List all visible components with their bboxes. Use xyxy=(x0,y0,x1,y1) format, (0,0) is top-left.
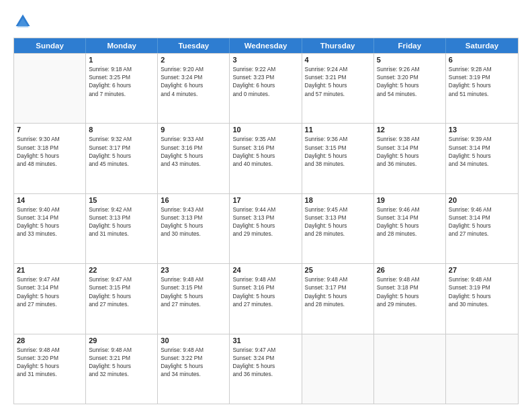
cell-line: Sunset: 3:20 PM xyxy=(377,73,443,81)
cell-line: Daylight: 5 hours xyxy=(161,362,226,370)
day-cell-20: 20Sunrise: 9:46 AMSunset: 3:14 PMDayligh… xyxy=(446,194,518,263)
cell-line: Sunset: 3:24 PM xyxy=(232,354,298,362)
cell-line: and 7 minutes. xyxy=(89,90,154,98)
cell-line: Daylight: 5 hours xyxy=(89,362,154,370)
cell-line: and 27 minutes. xyxy=(161,300,226,308)
cell-line: Sunset: 3:16 PM xyxy=(232,283,298,291)
week-row-4: 21Sunrise: 9:47 AMSunset: 3:14 PMDayligh… xyxy=(14,263,518,333)
cell-line: Sunrise: 9:35 AM xyxy=(232,135,298,143)
cell-line: Daylight: 5 hours xyxy=(449,152,515,160)
day-cell-24: 24Sunrise: 9:48 AMSunset: 3:16 PMDayligh… xyxy=(230,264,302,333)
day-cell-3: 3Sunrise: 9:22 AMSunset: 3:23 PMDaylight… xyxy=(230,54,302,123)
cell-line: Sunrise: 9:44 AM xyxy=(232,205,298,214)
cell-line: Daylight: 6 hours xyxy=(89,81,154,89)
cell-line: and 27 minutes. xyxy=(232,300,298,308)
cell-line: Sunrise: 9:48 AM xyxy=(89,346,154,354)
day-number: 29 xyxy=(89,336,154,345)
cell-line: Sunrise: 9:47 AM xyxy=(232,346,298,354)
day-cell-23: 23Sunrise: 9:48 AMSunset: 3:15 PMDayligh… xyxy=(158,264,230,333)
week-row-3: 14Sunrise: 9:40 AMSunset: 3:14 PMDayligh… xyxy=(14,193,518,263)
cell-line: Sunset: 3:19 PM xyxy=(449,73,515,81)
cell-line: and 54 minutes. xyxy=(377,90,443,98)
week-row-1: 1Sunrise: 9:18 AMSunset: 3:25 PMDaylight… xyxy=(14,53,518,123)
cell-line: and 28 minutes. xyxy=(377,230,443,238)
cell-line: Sunset: 3:24 PM xyxy=(161,73,226,81)
cell-line: Daylight: 5 hours xyxy=(232,362,298,370)
cell-line: Sunset: 3:25 PM xyxy=(89,73,154,81)
day-number: 6 xyxy=(449,56,515,64)
day-number: 16 xyxy=(161,196,226,204)
cell-line: Sunset: 3:21 PM xyxy=(305,73,371,81)
cell-line: Sunset: 3:17 PM xyxy=(305,283,371,291)
cell-line: and 28 minutes. xyxy=(305,230,371,238)
cell-line: Daylight: 5 hours xyxy=(232,222,298,230)
day-cell-10: 10Sunrise: 9:35 AMSunset: 3:16 PMDayligh… xyxy=(230,124,302,193)
logo xyxy=(13,12,35,31)
cell-line: and 27 minutes. xyxy=(449,230,515,238)
cell-line: and 30 minutes. xyxy=(161,230,226,238)
cell-line: Sunset: 3:15 PM xyxy=(161,283,226,291)
cell-line: Sunrise: 9:48 AM xyxy=(377,275,443,283)
cell-line: Sunset: 3:20 PM xyxy=(17,354,83,362)
cell-line: Daylight: 5 hours xyxy=(161,222,226,230)
day-number: 14 xyxy=(17,196,83,204)
day-cell-17: 17Sunrise: 9:44 AMSunset: 3:13 PMDayligh… xyxy=(230,194,302,263)
cell-line: and 27 minutes. xyxy=(17,300,83,308)
day-number: 28 xyxy=(17,336,83,345)
cell-line: Sunrise: 9:33 AM xyxy=(161,135,226,143)
empty-cell xyxy=(14,54,86,123)
cell-line: Daylight: 5 hours xyxy=(17,362,83,370)
cell-line: Sunrise: 9:47 AM xyxy=(89,275,154,283)
cell-line: Sunrise: 9:20 AM xyxy=(161,65,226,73)
logo-icon xyxy=(13,12,32,31)
day-number: 13 xyxy=(449,126,515,134)
day-cell-5: 5Sunrise: 9:26 AMSunset: 3:20 PMDaylight… xyxy=(374,54,446,123)
cell-line: Daylight: 5 hours xyxy=(305,152,371,160)
cell-line: Sunrise: 9:38 AM xyxy=(377,135,443,143)
day-cell-6: 6Sunrise: 9:28 AMSunset: 3:19 PMDaylight… xyxy=(446,54,518,123)
day-cell-15: 15Sunrise: 9:42 AMSunset: 3:13 PMDayligh… xyxy=(86,194,158,263)
cell-line: Sunset: 3:14 PM xyxy=(17,214,83,222)
day-cell-31: 31Sunrise: 9:47 AMSunset: 3:24 PMDayligh… xyxy=(230,334,302,404)
day-number: 17 xyxy=(232,196,298,204)
cell-line: Daylight: 5 hours xyxy=(89,292,154,300)
day-number: 9 xyxy=(161,126,226,134)
day-cell-8: 8Sunrise: 9:32 AMSunset: 3:17 PMDaylight… xyxy=(86,124,158,193)
cell-line: Sunrise: 9:28 AM xyxy=(449,65,515,73)
day-cell-7: 7Sunrise: 9:30 AMSunset: 3:18 PMDaylight… xyxy=(14,124,86,193)
cell-line: and 30 minutes. xyxy=(449,300,515,308)
day-cell-4: 4Sunrise: 9:24 AMSunset: 3:21 PMDaylight… xyxy=(302,54,374,123)
cell-line: Daylight: 5 hours xyxy=(89,152,154,160)
header xyxy=(13,12,519,31)
cell-line: and 32 minutes. xyxy=(89,370,154,378)
cell-line: Sunrise: 9:48 AM xyxy=(232,275,298,283)
day-cell-16: 16Sunrise: 9:43 AMSunset: 3:13 PMDayligh… xyxy=(158,194,230,263)
cell-line: Daylight: 5 hours xyxy=(449,81,515,89)
cell-line: Sunrise: 9:26 AM xyxy=(377,65,443,73)
cell-line: and 34 minutes. xyxy=(449,160,515,168)
cell-line: Sunset: 3:16 PM xyxy=(232,144,298,152)
day-number: 3 xyxy=(232,56,298,64)
day-number: 1 xyxy=(89,56,154,64)
cell-line: and 33 minutes. xyxy=(17,230,83,238)
cell-line: Daylight: 6 hours xyxy=(232,81,298,89)
day-number: 20 xyxy=(449,196,515,204)
week-row-2: 7Sunrise: 9:30 AMSunset: 3:18 PMDaylight… xyxy=(14,123,518,193)
cell-line: Sunset: 3:18 PM xyxy=(17,144,83,152)
day-number: 10 xyxy=(232,126,298,134)
cell-line: and 51 minutes. xyxy=(449,90,515,98)
day-number: 23 xyxy=(161,266,226,274)
day-number: 25 xyxy=(305,266,371,274)
cell-line: Daylight: 5 hours xyxy=(232,152,298,160)
cell-line: Sunset: 3:16 PM xyxy=(161,144,226,152)
cell-line: and 38 minutes. xyxy=(305,160,371,168)
cell-line: Daylight: 5 hours xyxy=(17,292,83,300)
cell-line: Sunset: 3:13 PM xyxy=(161,214,226,222)
empty-cell xyxy=(374,334,446,404)
day-cell-22: 22Sunrise: 9:47 AMSunset: 3:15 PMDayligh… xyxy=(86,264,158,333)
cell-line: Daylight: 5 hours xyxy=(449,222,515,230)
cell-line: Sunrise: 9:46 AM xyxy=(449,205,515,214)
day-cell-26: 26Sunrise: 9:48 AMSunset: 3:18 PMDayligh… xyxy=(374,264,446,333)
day-number: 24 xyxy=(232,266,298,274)
cell-line: Daylight: 5 hours xyxy=(449,292,515,300)
